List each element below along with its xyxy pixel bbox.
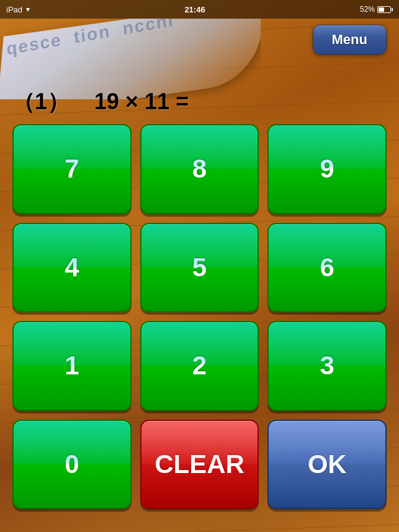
key-6-button[interactable]: 6	[267, 223, 387, 313]
keypad: 7894561230CLEAROK	[12, 124, 387, 509]
question-text: （1） 19 × 11 =	[12, 87, 189, 117]
question-expression: 19 × 11 =	[94, 89, 189, 114]
key-0-button[interactable]: 0	[12, 420, 132, 510]
status-time: 21:46	[184, 5, 205, 14]
carrier-label: iPad	[6, 5, 22, 14]
key-clear-button[interactable]: CLEAR	[140, 420, 259, 510]
key-9-button[interactable]: 9	[267, 124, 387, 214]
page-curl-text: qesce tion nccni	[6, 19, 175, 59]
wifi-icon: ▾	[26, 5, 30, 14]
status-right: 52%	[360, 5, 393, 14]
key-2-button[interactable]: 2	[140, 321, 259, 411]
menu-button[interactable]: Menu	[313, 25, 387, 55]
battery-percent: 52%	[360, 5, 375, 14]
key-3-button[interactable]: 3	[267, 321, 387, 411]
key-ok-button[interactable]: OK	[267, 420, 387, 510]
status-bar: iPad ▾ 21:46 52%	[0, 0, 399, 19]
key-1-button[interactable]: 1	[12, 321, 132, 411]
status-left: iPad ▾	[6, 5, 30, 14]
key-5-button[interactable]: 5	[140, 223, 259, 313]
battery-icon	[377, 6, 393, 13]
question-number: （1）	[12, 89, 69, 114]
key-4-button[interactable]: 4	[12, 223, 132, 313]
question-area: （1） 19 × 11 =	[0, 81, 399, 124]
key-8-button[interactable]: 8	[140, 124, 259, 214]
key-7-button[interactable]: 7	[12, 124, 132, 214]
